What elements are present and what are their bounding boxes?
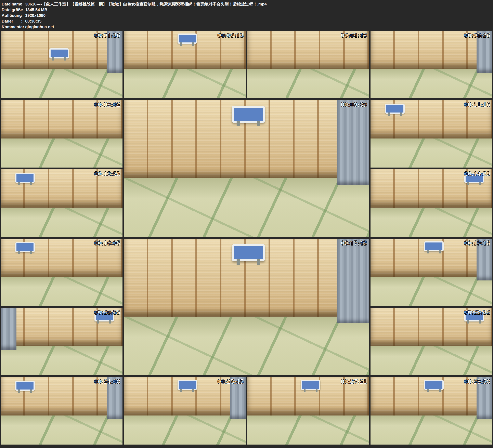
- stool-placeholder: [424, 241, 444, 253]
- tatami-floor-placeholder: [0, 138, 123, 168]
- thumbnail-grid: 00:01:36 00:03:13 00:04:49 00:06:26 00:0…: [0, 31, 493, 445]
- timestamp-overlay: 00:25:45: [218, 379, 244, 385]
- field-separator: :: [21, 24, 25, 30]
- tatami-floor-placeholder: [370, 208, 493, 237]
- video-thumbnail-2: 00:03:13: [124, 31, 246, 98]
- stool-placeholder: [15, 381, 35, 392]
- field-label: Dauer: [2, 18, 21, 24]
- video-thumbnail-15: 00:24:08: [0, 377, 123, 445]
- timestamp-overlay: 00:04:49: [341, 32, 367, 39]
- video-thumbnail-11-large: 00:17:42: [124, 239, 369, 375]
- resolution-value: 1920x1080: [25, 12, 45, 18]
- timestamp-overlay: 00:16:05: [94, 240, 121, 246]
- video-thumbnail-13: 00:20:55: [0, 308, 123, 375]
- stool-placeholder: [232, 106, 265, 126]
- field-separator: :: [21, 18, 25, 24]
- file-info-row-resolution: Auflösung:1920x1080: [2, 12, 491, 18]
- stool-placeholder: [424, 380, 444, 392]
- tatami-floor-placeholder: [124, 317, 369, 375]
- video-thumbnail-14: 00:22:32: [370, 308, 493, 375]
- video-thumbnail-8: 00:12:52: [0, 169, 123, 237]
- tatami-floor-placeholder: [0, 69, 123, 98]
- video-thumbnail-6-large: 00:09:39: [124, 100, 369, 237]
- video-thumbnail-5: 00:08:02: [0, 100, 123, 168]
- stool-placeholder: [385, 104, 405, 115]
- stool-placeholder: [178, 34, 197, 45]
- tatami-floor-placeholder: [124, 415, 246, 445]
- timestamp-overlay: 00:09:39: [341, 101, 367, 108]
- timestamp-overlay: 00:27:21: [341, 379, 367, 385]
- timestamp-overlay: 00:28:58: [464, 379, 490, 385]
- file-info-header: Dateiname:30616----【象人工作室】【紧缚挑战第一期】【嗷嗷】白…: [2, 1, 491, 30]
- video-thumbnail-16: 00:25:45: [124, 377, 246, 445]
- stool-placeholder: [15, 173, 35, 185]
- field-separator: :: [21, 1, 25, 7]
- field-label: Dateiname: [2, 1, 21, 7]
- tatami-floor-placeholder: [247, 415, 369, 445]
- stool-placeholder: [49, 48, 69, 60]
- tatami-floor-placeholder: [0, 208, 123, 237]
- field-label: Auflösung: [2, 12, 21, 18]
- timestamp-overlay: 00:06:26: [464, 32, 490, 39]
- field-separator: :: [21, 12, 25, 18]
- tatami-floor-placeholder: [0, 277, 123, 306]
- curtain-placeholder: [337, 239, 369, 323]
- timestamp-overlay: 00:19:18: [464, 240, 490, 246]
- file-info-row-filesize: Dateigröße:1345.54 MB: [2, 7, 491, 12]
- duration-value: 00:30:35: [25, 18, 41, 24]
- video-thumbnail-3: 00:04:49: [247, 31, 369, 98]
- tatami-floor-placeholder: [370, 277, 493, 306]
- timestamp-overlay: 00:14:29: [464, 171, 490, 177]
- file-info-row-duration: Dauer:00:30:35: [2, 18, 491, 24]
- file-info-row-comment: Kommentar:qinglanhua.net: [2, 24, 491, 30]
- stool-placeholder: [232, 244, 265, 264]
- video-thumbnail-1: 00:01:36: [0, 31, 123, 98]
- tatami-floor-placeholder: [247, 69, 369, 98]
- stool-placeholder: [178, 380, 197, 392]
- tatami-floor-placeholder: [370, 415, 493, 445]
- field-separator: :: [21, 7, 25, 12]
- stool-placeholder: [301, 380, 320, 392]
- timestamp-overlay: 00:17:42: [341, 240, 367, 246]
- comment-value: qinglanhua.net: [25, 24, 54, 30]
- tatami-floor-placeholder: [0, 346, 123, 375]
- video-thumbnail-12: 00:19:18: [370, 239, 493, 306]
- timestamp-overlay: 00:22:32: [464, 309, 490, 316]
- timestamp-overlay: 00:11:16: [464, 101, 490, 108]
- video-thumbnail-10: 00:16:05: [0, 239, 123, 306]
- tatami-floor-placeholder: [0, 415, 123, 445]
- video-thumbnail-18: 00:28:58: [370, 377, 493, 445]
- field-label: Kommentar: [2, 24, 21, 30]
- filename-value: 30616----【象人工作室】【紧缚挑战第一期】【嗷嗷】白色女搜查官制服，绳索…: [25, 1, 267, 7]
- stool-placeholder: [15, 242, 35, 254]
- timestamp-overlay: 00:01:36: [94, 32, 121, 39]
- field-label: Dateigröße: [2, 7, 21, 12]
- video-thumbnail-7: 00:11:16: [370, 100, 493, 168]
- curtain-placeholder: [0, 308, 16, 350]
- video-contact-sheet: Dateiname:30616----【象人工作室】【紧缚挑战第一期】【嗷嗷】白…: [0, 0, 493, 448]
- tatami-floor-placeholder: [370, 138, 493, 168]
- video-thumbnail-4: 00:06:26: [370, 31, 493, 98]
- tatami-floor-placeholder: [124, 178, 369, 237]
- video-thumbnail-9: 00:14:29: [370, 169, 493, 237]
- video-thumbnail-17: 00:27:21: [247, 377, 369, 445]
- timestamp-overlay: 00:12:52: [94, 171, 121, 177]
- tatami-floor-placeholder: [370, 346, 493, 375]
- timestamp-overlay: 00:24:08: [94, 379, 121, 385]
- tatami-floor-placeholder: [124, 69, 246, 98]
- tatami-floor-placeholder: [370, 69, 493, 98]
- file-info-row-filename: Dateiname:30616----【象人工作室】【紧缚挑战第一期】【嗷嗷】白…: [2, 1, 491, 7]
- timestamp-overlay: 00:03:13: [218, 32, 244, 39]
- curtain-placeholder: [337, 100, 369, 185]
- filesize-value: 1345.54 MB: [25, 7, 47, 12]
- timestamp-overlay: 00:20:55: [94, 309, 121, 316]
- timestamp-overlay: 00:08:02: [94, 101, 121, 108]
